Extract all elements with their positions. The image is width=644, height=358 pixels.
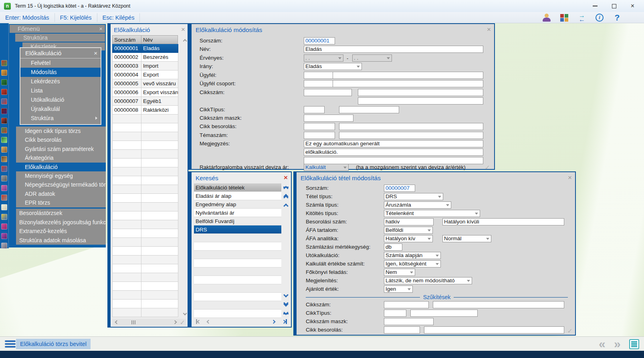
struktura-item[interactable]: Struktúra adatok másolása [16,236,106,245]
panel-fomenu-title[interactable]: Főmenü × [10,25,105,33]
struktura-item[interactable]: Bizonylatkezelés jogosultság funkc [16,218,106,227]
ugyfel-code-input[interactable] [304,72,335,79]
menu-icon-1[interactable] [1,60,7,66]
scroll-up-icon[interactable] [184,37,186,44]
submenu-item[interactable]: Lista [20,86,101,95]
table-row[interactable] [112,255,178,264]
scroll-bottom-icon[interactable] [283,309,289,316]
temaszam-code-input[interactable] [304,132,335,139]
transfer-icon[interactable]: →← [575,12,589,23]
menu-icon-19[interactable] [1,233,7,239]
search-row[interactable] [194,293,281,301]
table-row[interactable] [112,264,178,273]
keszletek-item[interactable]: Mennyiségi egység [16,171,106,180]
table-row[interactable] [112,203,178,211]
fokonyvi-feladas-dropdown[interactable]: Nem [384,269,415,276]
kalkulalt-ertekbe-dropdown[interactable]: Igen, költségként [384,260,441,267]
scroll-right-icon[interactable] [173,320,177,324]
temaszam-name-input[interactable] [339,132,483,139]
table-row[interactable] [112,247,178,255]
megjegyzes-line3-input[interactable] [304,157,483,164]
prev-record-button[interactable] [204,319,212,324]
edit-window-close-icon[interactable]: × [487,26,491,34]
table-row[interactable] [112,123,178,132]
menu-icon-11[interactable] [1,156,7,162]
item-window-close-icon[interactable]: × [568,174,572,182]
afa-analitika-dropdown[interactable]: Hatályon kív [384,235,433,242]
confirm-check-icon[interactable]: ✓ [567,327,573,335]
table-row[interactable]: 00000002Beszerzés [112,53,178,62]
deviza-ar-dropdown[interactable]: Kalkulált [304,164,349,171]
menu-icon-16[interactable] [1,204,7,210]
row-down-icon[interactable] [283,292,289,298]
menu-icon-13[interactable] [1,175,7,181]
table-row[interactable] [112,150,178,159]
search-window-close-icon[interactable]: × [284,174,288,182]
cikk-besorolas-name-input[interactable] [339,123,483,130]
minimize-button[interactable] [586,0,604,12]
ugyfel-name-input[interactable] [333,72,483,79]
cikkszam-maszk-input[interactable] [304,115,353,122]
scroll-top-icon[interactable] [283,185,289,191]
menubar-enter-modositas[interactable]: Enter: Módosítás [0,13,55,22]
hamburger-menu-icon[interactable] [5,340,16,348]
table-row[interactable]: 00000001Eladás [112,44,178,53]
search-row[interactable]: Nyilvántartási ár [194,209,281,217]
table-row[interactable] [112,308,178,317]
ervenyes-to-dropdown[interactable]: . . [352,54,392,62]
column-header-sorszam[interactable]: Sorszám [112,35,141,44]
table-row[interactable] [112,291,178,300]
submenu-item[interactable]: Módosítás [20,68,101,77]
keszletek-item[interactable]: Idegen cikk típus törzs [16,127,106,135]
search-row[interactable] [194,310,281,318]
row-up-icon[interactable] [283,203,289,209]
info-icon[interactable]: i [593,12,606,23]
confirm-check-icon[interactable]: ✓ [485,164,490,171]
struktura-item[interactable]: Besorolástörzsek [16,209,106,218]
table-row[interactable] [112,211,178,220]
table-row[interactable] [112,159,178,167]
keszletek-item[interactable]: Gyártási szám paraméterek [16,145,106,153]
szamlazasi-me-input[interactable]: db [384,243,402,251]
menu-icon-14[interactable] [1,185,7,191]
szukites-cikk-besorolas-input[interactable] [384,326,420,334]
megjegyzes-line1-input[interactable]: Ez egy automatikusan generált [304,140,483,147]
search-row[interactable] [194,251,281,259]
search-row[interactable]: Eladási ár alap [194,192,281,200]
submenu-item[interactable]: Újrakalkulál [20,105,101,114]
menu-icon-7[interactable] [1,118,7,124]
table-row[interactable]: 00000005vevő visszáru [112,79,178,88]
status-label[interactable]: Előkalkuláció törzs bevitel [16,339,91,349]
table-row[interactable] [112,115,178,123]
afa-tartalom-dropdown[interactable]: Belföldi [384,227,433,234]
submenu-item[interactable]: Struktúra [20,114,101,123]
afa-analitika2-dropdown[interactable]: Normál [442,235,491,242]
cikkszam-input[interactable] [304,89,352,96]
sorszam-input[interactable]: 00000001 [304,37,335,44]
table-row[interactable]: 00000004Export [112,70,178,79]
ajanlott-ertek-dropdown[interactable]: Igen [384,286,413,293]
cikkszam-name2-input[interactable] [358,97,483,105]
cikktipus-name-input[interactable] [339,106,399,113]
search-row[interactable] [194,259,281,267]
besorolasi-szam-input[interactable]: hatkiv [384,218,434,225]
table-row[interactable]: 00000007Egyéb1 [112,97,178,106]
submenu-item[interactable]: Utókalkuláció [20,95,101,105]
kitoltes-tipus-dropdown[interactable]: Tételenként [384,210,480,217]
szukites-cikktipus-input[interactable] [384,310,406,317]
table-row[interactable] [112,220,178,229]
keszletek-item[interactable]: Népegészségügyi termékadó tör [16,180,106,189]
table-row[interactable] [112,273,178,282]
first-record-button[interactable] [194,319,202,324]
user-icon[interactable] [540,12,553,23]
keszletek-item[interactable]: ADR adatok [16,189,106,198]
help-icon[interactable]: ? [610,12,624,23]
szukites-cikkszam-name-input[interactable] [433,301,564,308]
table-row[interactable] [112,167,178,176]
cikk-besorolas-code-input[interactable] [304,123,335,130]
table-row[interactable] [112,132,178,141]
keszletek-item[interactable]: Előkalkuláció [16,163,106,171]
menu-icon-17[interactable] [1,214,7,220]
cikkszam-name-input[interactable] [358,89,483,96]
maximize-button[interactable] [605,0,623,12]
